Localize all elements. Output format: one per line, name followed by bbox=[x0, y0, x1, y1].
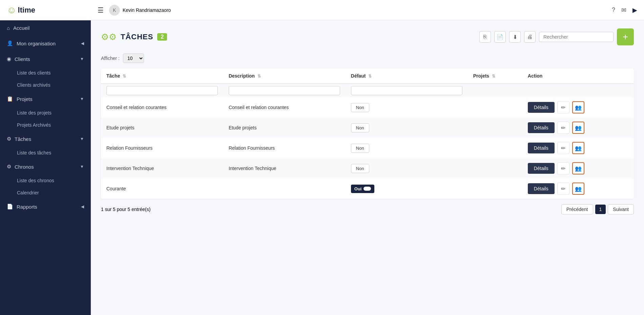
assign-user-button[interactable]: 👥 bbox=[572, 122, 584, 134]
sidebar-subitem-liste-projets[interactable]: Liste des projets bbox=[0, 107, 91, 119]
chevron-left-icon: ◀ bbox=[81, 41, 84, 46]
help-icon[interactable]: ? bbox=[612, 6, 615, 14]
details-button[interactable]: Détails bbox=[528, 183, 555, 194]
details-button[interactable]: Détails bbox=[528, 143, 555, 153]
edit-button[interactable]: ✏ bbox=[557, 183, 569, 195]
col-description[interactable]: Description ⇅ bbox=[223, 68, 346, 84]
cell-defaut[interactable]: Oui bbox=[346, 178, 468, 199]
sidebar-item-label: Clients bbox=[15, 56, 30, 62]
sidebar-item-label: Tâches bbox=[15, 136, 31, 142]
hamburger-menu[interactable]: ☰ bbox=[98, 6, 104, 14]
non-badge[interactable]: Non bbox=[351, 123, 369, 132]
print-button[interactable]: 🖨 bbox=[524, 31, 536, 43]
cell-action: Détails ✏ 👥 bbox=[522, 97, 634, 118]
details-button[interactable]: Détails bbox=[528, 102, 555, 113]
cell-description: Conseil et relation courantes bbox=[223, 97, 346, 118]
sidebar-item-mon-organisation[interactable]: 👤 Mon organisation ◀ bbox=[0, 36, 91, 51]
cell-defaut[interactable]: Non bbox=[346, 97, 468, 118]
table-row: Conseil et relation courantesConseil et … bbox=[101, 97, 634, 118]
chevron-left-icon: ◀ bbox=[81, 204, 84, 209]
col-projets[interactable]: Projets ⇅ bbox=[468, 68, 522, 84]
copy-button[interactable]: ⎘ bbox=[479, 31, 491, 43]
non-badge[interactable]: Non bbox=[351, 164, 369, 173]
cell-tache: Courante bbox=[101, 178, 223, 199]
add-button[interactable]: + bbox=[617, 28, 634, 45]
sidebar-item-chronos[interactable]: ⚙ Chronos ▼ bbox=[0, 159, 91, 174]
cell-action: Détails ✏ 👥 bbox=[522, 138, 634, 158]
non-badge[interactable]: Non bbox=[351, 103, 369, 112]
sidebar-subitem-projets-archives[interactable]: Projets Archivés bbox=[0, 119, 91, 131]
assign-user-button[interactable]: 👥 bbox=[572, 162, 584, 174]
search-input[interactable] bbox=[539, 32, 614, 42]
current-page[interactable]: 1 bbox=[595, 205, 606, 214]
sidebar-item-label: Mon organisation bbox=[17, 41, 56, 46]
details-button[interactable]: Détails bbox=[528, 122, 555, 133]
clients-icon: ◉ bbox=[7, 56, 11, 62]
chevron-down-icon: ▼ bbox=[80, 57, 84, 61]
avatar: K bbox=[109, 5, 120, 16]
oui-toggle[interactable]: Oui bbox=[351, 185, 375, 193]
sidebar-subitem-liste-taches[interactable]: Liste des tâches bbox=[0, 147, 91, 159]
taches-page-icon: ⚙⚙ bbox=[101, 32, 117, 42]
sidebar-subitem-liste-chronos[interactable]: Liste des chronos bbox=[0, 174, 91, 187]
mail-icon[interactable]: ✉ bbox=[621, 6, 626, 14]
sidebar-item-label: Chronos bbox=[15, 164, 34, 170]
logo-text: ltime bbox=[18, 6, 35, 15]
col-tache[interactable]: Tâche ⇅ bbox=[101, 68, 223, 84]
filter-description[interactable] bbox=[229, 86, 340, 95]
cell-action: Détails ✏ 👥 bbox=[522, 158, 634, 178]
non-badge[interactable]: Non bbox=[351, 144, 369, 153]
logo-icon: ☺ bbox=[7, 5, 17, 16]
sidebar-item-taches[interactable]: ⚙ Tâches ▼ bbox=[0, 131, 91, 147]
details-button[interactable]: Détails bbox=[528, 163, 555, 174]
page-content: ⚙⚙ TÂCHES 2 ⎘ 📄 ⬇ 🖨 + Afficher : 5 10 25… bbox=[91, 20, 644, 315]
cell-action: Détails ✏ 👥 bbox=[522, 118, 634, 138]
cell-defaut[interactable]: Non bbox=[346, 138, 468, 158]
assign-user-button[interactable]: 👥 bbox=[572, 101, 584, 113]
sidebar-item-accueil[interactable]: ⌂ Accueil bbox=[0, 20, 91, 36]
assign-user-button[interactable]: 👥 bbox=[572, 183, 584, 195]
cell-tache: Intervention Technique bbox=[101, 158, 223, 178]
col-defaut[interactable]: Défaut ⇅ bbox=[346, 68, 468, 84]
user-info: K Kevin Randriamazaoro bbox=[109, 5, 171, 16]
taches-icon: ⚙ bbox=[7, 136, 11, 142]
sidebar-item-label: Accueil bbox=[13, 25, 29, 31]
rapports-icon: 📄 bbox=[7, 204, 13, 210]
assign-user-button[interactable]: 👥 bbox=[572, 142, 584, 154]
per-page-select[interactable]: 5 10 25 50 100 bbox=[123, 54, 144, 63]
sidebar-subitem-clients-archives[interactable]: Clients archivés bbox=[0, 79, 91, 91]
table-row: Etude projetsEtude projetsNon Détails ✏ … bbox=[101, 118, 634, 138]
cell-description bbox=[223, 178, 346, 199]
cell-description: Etude projets bbox=[223, 118, 346, 138]
cell-defaut[interactable]: Non bbox=[346, 118, 468, 138]
page-header: ⚙⚙ TÂCHES 2 ⎘ 📄 ⬇ 🖨 + bbox=[101, 28, 634, 45]
cell-tache: Conseil et relation courantes bbox=[101, 97, 223, 118]
chevron-down-icon: ▼ bbox=[80, 97, 84, 101]
table-row: Relation FournisseursRelation Fournisseu… bbox=[101, 138, 634, 158]
filter-defaut[interactable] bbox=[351, 86, 462, 95]
cell-defaut[interactable]: Non bbox=[346, 158, 468, 178]
edit-button[interactable]: ✏ bbox=[557, 142, 569, 154]
prev-button[interactable]: Précédent bbox=[561, 204, 593, 214]
send-icon[interactable]: ▶ bbox=[632, 6, 637, 14]
afficher-label: Afficher : bbox=[101, 56, 120, 61]
home-icon: ⌂ bbox=[7, 25, 10, 31]
table-footer: 1 sur 5 pour 5 entrée(s) Précédent 1 Sui… bbox=[101, 204, 634, 214]
download-button[interactable]: ⬇ bbox=[509, 31, 521, 43]
sidebar-item-rapports[interactable]: 📄 Rapports ◀ bbox=[0, 199, 91, 214]
sidebar-subitem-liste-clients[interactable]: Liste des clients bbox=[0, 67, 91, 79]
sidebar-item-label: Rapports bbox=[17, 204, 37, 210]
table-row: Intervention TechniqueIntervention Techn… bbox=[101, 158, 634, 178]
tasks-table: Tâche ⇅ Description ⇅ Défaut ⇅ Projets ⇅… bbox=[101, 68, 634, 199]
edit-button[interactable]: ✏ bbox=[557, 122, 569, 134]
user-name: Kevin Randriamazaoro bbox=[123, 7, 171, 13]
sidebar-item-projets[interactable]: 📋 Projets ▼ bbox=[0, 91, 91, 107]
next-button[interactable]: Suivant bbox=[608, 204, 634, 214]
sidebar-item-clients[interactable]: ◉ Clients ▼ bbox=[0, 51, 91, 67]
file-button[interactable]: 📄 bbox=[494, 31, 506, 43]
sidebar-subitem-calendrier[interactable]: Calendrier bbox=[0, 187, 91, 199]
edit-button[interactable]: ✏ bbox=[557, 162, 569, 174]
filter-tache[interactable] bbox=[106, 86, 218, 95]
edit-button[interactable]: ✏ bbox=[557, 101, 569, 113]
cell-tache: Etude projets bbox=[101, 118, 223, 138]
